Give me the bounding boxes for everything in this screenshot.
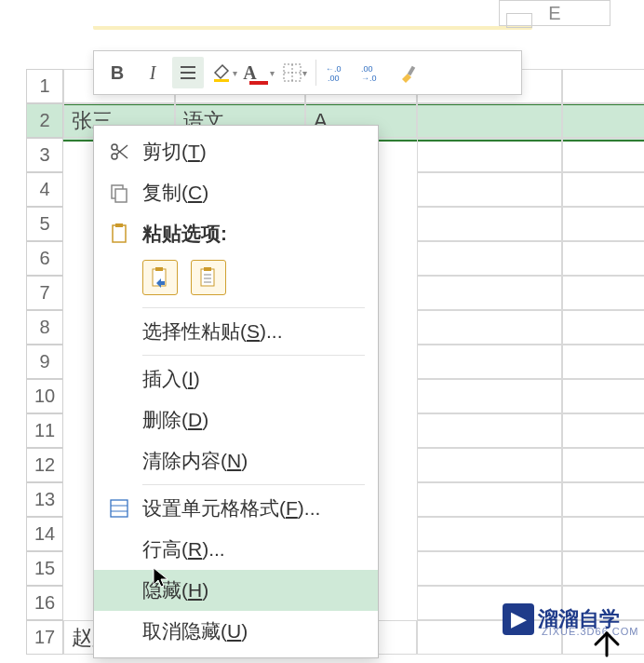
cell[interactable] bbox=[417, 448, 562, 482]
svg-rect-18 bbox=[113, 225, 126, 242]
menu-label: 选择性粘贴(S)... bbox=[142, 318, 283, 345]
row-header[interactable]: 17 bbox=[26, 620, 63, 655]
row-header[interactable]: 7 bbox=[26, 276, 63, 310]
menu-paste-special[interactable]: 选择性粘贴(S)... bbox=[94, 311, 378, 352]
menu-label: 删除(D) bbox=[142, 407, 208, 433]
paste-options-row bbox=[94, 254, 378, 304]
cell[interactable] bbox=[562, 482, 644, 517]
menu-paste-options-header: 粘贴选项: bbox=[94, 213, 378, 254]
menu-format-cells[interactable]: 设置单元格格式(F)... bbox=[94, 488, 378, 529]
svg-text:→.0: →.0 bbox=[361, 74, 377, 83]
font-color-button[interactable]: A ▾ bbox=[243, 57, 275, 88]
cell[interactable] bbox=[562, 207, 644, 241]
copy-icon bbox=[107, 181, 131, 205]
menu-label: 复制(C) bbox=[142, 180, 208, 206]
row-header[interactable]: 8 bbox=[26, 310, 63, 345]
menu-label: 粘贴选项: bbox=[142, 221, 227, 247]
format-painter-button[interactable] bbox=[393, 57, 424, 88]
scissors-icon bbox=[107, 140, 131, 164]
italic-button[interactable]: I bbox=[137, 57, 168, 88]
borders-button[interactable]: ▾ bbox=[278, 57, 310, 88]
bold-button[interactable]: B bbox=[101, 57, 133, 88]
menu-label: 清除内容(N) bbox=[142, 448, 248, 474]
cell[interactable] bbox=[562, 551, 644, 586]
row-header[interactable]: 1 bbox=[26, 69, 63, 103]
svg-rect-11 bbox=[408, 66, 415, 76]
cell[interactable] bbox=[562, 310, 644, 345]
cell[interactable] bbox=[417, 482, 562, 517]
cell[interactable] bbox=[562, 103, 644, 138]
cell[interactable] bbox=[417, 207, 562, 241]
cell[interactable] bbox=[562, 172, 644, 207]
menu-hide[interactable]: 隐藏(H) bbox=[94, 570, 378, 611]
row-header[interactable]: 3 bbox=[26, 138, 63, 172]
fill-color-button[interactable]: ▾ bbox=[208, 57, 239, 88]
menu-unhide[interactable]: 取消隐藏(U) bbox=[94, 611, 378, 652]
cell[interactable] bbox=[562, 379, 644, 413]
svg-text:.00: .00 bbox=[328, 74, 340, 83]
clipboard-values-icon bbox=[198, 266, 219, 289]
menu-label: 插入(I) bbox=[142, 366, 200, 392]
cell[interactable] bbox=[417, 138, 562, 172]
menu-copy[interactable]: 复制(C) bbox=[94, 172, 378, 213]
cell[interactable] bbox=[562, 345, 644, 379]
menu-delete[interactable]: 删除(D) bbox=[94, 399, 378, 440]
svg-line-31 bbox=[596, 633, 607, 644]
menu-label: 取消隐藏(U) bbox=[142, 618, 248, 644]
menu-clear-contents[interactable]: 清除内容(N) bbox=[94, 440, 378, 481]
row-header[interactable]: 11 bbox=[26, 413, 63, 448]
increase-decimal-icon: ←.0.00 bbox=[326, 62, 350, 83]
cell[interactable] bbox=[562, 241, 644, 276]
cell[interactable] bbox=[417, 172, 562, 207]
row-header[interactable]: 12 bbox=[26, 448, 63, 482]
row-header[interactable]: 10 bbox=[26, 379, 63, 413]
cell[interactable] bbox=[417, 241, 562, 276]
svg-rect-17 bbox=[115, 189, 127, 202]
align-button[interactable] bbox=[172, 57, 204, 88]
cell[interactable] bbox=[562, 69, 644, 103]
menu-label: 行高(R)... bbox=[142, 536, 225, 562]
paintbrush-icon bbox=[398, 62, 419, 83]
increase-decimal-button[interactable]: ←.0.00 bbox=[322, 57, 354, 88]
svg-text:←.0: ←.0 bbox=[326, 64, 342, 74]
cell[interactable] bbox=[417, 551, 562, 586]
cell[interactable] bbox=[417, 310, 562, 345]
cell[interactable] bbox=[417, 517, 562, 551]
column-header-e[interactable]: E bbox=[499, 0, 610, 26]
row-header[interactable]: 4 bbox=[26, 172, 63, 207]
row-header[interactable]: 5 bbox=[26, 207, 63, 241]
paste-option-default[interactable] bbox=[142, 260, 178, 295]
watermark: ▶ 溜溜自学 ZIXUE.3D66.COM bbox=[503, 603, 620, 635]
paint-bucket-icon bbox=[210, 61, 233, 84]
row-header[interactable]: 14 bbox=[26, 517, 63, 551]
cell[interactable] bbox=[562, 448, 644, 482]
watermark-logo-icon: ▶ bbox=[503, 603, 534, 635]
cell[interactable] bbox=[562, 517, 644, 551]
svg-rect-21 bbox=[155, 267, 163, 271]
up-arrow-icon bbox=[588, 624, 625, 663]
row-header[interactable]: 6 bbox=[26, 241, 63, 276]
cell[interactable] bbox=[417, 345, 562, 379]
row-header[interactable]: 9 bbox=[26, 345, 63, 379]
svg-rect-3 bbox=[214, 79, 229, 82]
svg-rect-23 bbox=[204, 267, 211, 271]
cell[interactable] bbox=[417, 103, 562, 138]
cell[interactable] bbox=[562, 138, 644, 172]
row-header[interactable]: 15 bbox=[26, 551, 63, 586]
align-icon bbox=[179, 64, 197, 81]
menu-row-height[interactable]: 行高(R)... bbox=[94, 529, 378, 570]
row-header[interactable]: 13 bbox=[26, 482, 63, 517]
paste-option-values[interactable] bbox=[191, 260, 226, 295]
menu-insert[interactable]: 插入(I) bbox=[94, 359, 378, 399]
row-header[interactable]: 2 bbox=[26, 103, 63, 138]
menu-label: 剪切(T) bbox=[142, 139, 207, 165]
cell[interactable] bbox=[562, 413, 644, 448]
cell[interactable] bbox=[417, 413, 562, 448]
row-header[interactable]: 16 bbox=[26, 586, 63, 620]
cell[interactable] bbox=[562, 276, 644, 310]
cell[interactable] bbox=[417, 379, 562, 413]
decrease-decimal-button[interactable]: .00→.0 bbox=[357, 57, 389, 88]
cell[interactable] bbox=[417, 276, 562, 310]
menu-cut[interactable]: 剪切(T) bbox=[94, 131, 378, 172]
menu-label: 设置单元格格式(F)... bbox=[142, 495, 320, 521]
